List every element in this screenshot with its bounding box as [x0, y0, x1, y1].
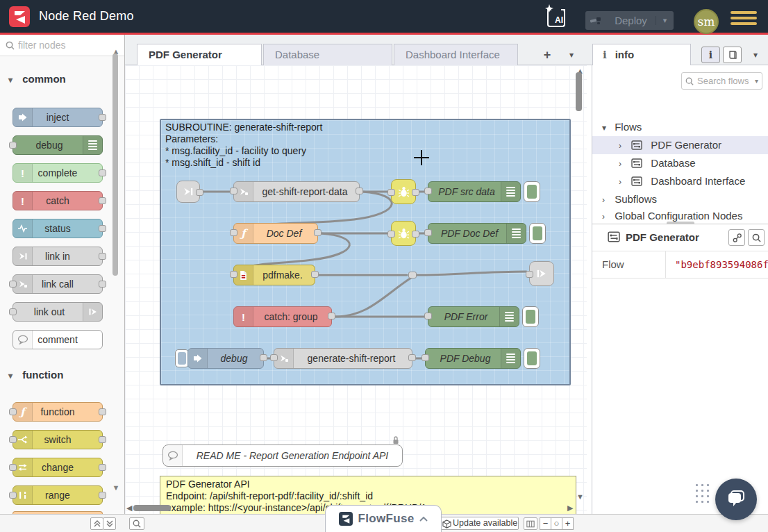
chat-widget-button[interactable]	[715, 479, 757, 520]
canvas-horizontal-scrollbar-thumb[interactable]	[133, 505, 171, 511]
output-port[interactable]	[412, 231, 419, 238]
node-generate-shift-report[interactable]: generate-shift-report	[274, 348, 412, 369]
ai-assistant-button[interactable]: AI	[544, 6, 568, 28]
debug-toggle-button[interactable]	[522, 306, 539, 327]
tree-flows[interactable]: ▾ Flows	[592, 118, 768, 136]
output-port[interactable]	[99, 114, 106, 121]
inject-trigger-button[interactable]	[175, 349, 189, 367]
palette-node-function[interactable]: ƒ function	[12, 402, 103, 422]
input-port[interactable]	[9, 281, 17, 288]
palette-node-status[interactable]: status	[12, 219, 103, 238]
search-flow-button[interactable]	[748, 229, 765, 246]
output-port[interactable]	[196, 189, 203, 196]
input-port[interactable]	[424, 229, 432, 236]
search-flows-box[interactable]: ▾	[681, 72, 762, 90]
canvas-scroll-left-arrow[interactable]: ◀	[126, 504, 132, 511]
palette-node-comment[interactable]: comment	[12, 330, 103, 349]
filter-nodes-input[interactable]	[18, 37, 119, 53]
input-port[interactable]	[9, 436, 17, 443]
node-pdf-error[interactable]: PDF Error	[428, 306, 519, 327]
output-port[interactable]	[99, 197, 106, 204]
input-port[interactable]	[230, 188, 237, 194]
input-port[interactable]	[387, 231, 395, 238]
tab-info[interactable]: iinfo	[592, 44, 691, 66]
palette-node-link-out[interactable]: link out	[12, 302, 103, 322]
output-port[interactable]	[99, 464, 106, 471]
debug-toggle-button[interactable]	[524, 181, 540, 202]
node-pdf-doc-def[interactable]: PDF Doc Def	[428, 223, 526, 244]
output-port[interactable]	[356, 188, 363, 194]
input-port[interactable]	[9, 308, 17, 315]
palette-node-link-call[interactable]: link call	[12, 274, 103, 294]
input-port[interactable]	[526, 271, 533, 278]
search-flows-input[interactable]	[697, 74, 749, 88]
canvas-vertical-scrollbar-thumb[interactable]	[576, 72, 582, 111]
input-port[interactable]	[270, 354, 278, 361]
user-avatar[interactable]: sm	[694, 9, 719, 34]
node-readme-comment[interactable]: READ ME - Report Generation Endpoint API	[162, 444, 403, 467]
update-available-button[interactable]: Update available	[440, 517, 519, 530]
input-port[interactable]	[387, 189, 395, 196]
palette-node-debug[interactable]: debug	[12, 135, 103, 155]
input-port[interactable]	[230, 229, 237, 236]
output-port[interactable]	[99, 225, 106, 232]
output-port[interactable]	[311, 271, 319, 278]
output-port[interactable]	[260, 354, 267, 361]
output-port[interactable]	[99, 281, 106, 288]
palette-node-link-in[interactable]: link in	[12, 247, 103, 266]
tree-item-database[interactable]: › Database	[592, 154, 768, 172]
input-port[interactable]	[424, 188, 432, 194]
input-port[interactable]	[9, 464, 17, 471]
node-catch-group[interactable]: ! catch: group	[233, 306, 332, 327]
output-port[interactable]	[314, 229, 322, 236]
node-pdf-src-data[interactable]: PDF src data	[428, 181, 521, 202]
zoom-reset-button[interactable]: ○	[551, 517, 562, 530]
navigator-button[interactable]	[524, 517, 537, 530]
sidebar-options-caret[interactable]: ▾	[746, 47, 765, 63]
expand-all-button[interactable]	[103, 517, 116, 530]
palette-node-range[interactable]: range	[12, 485, 103, 505]
tree-subflows[interactable]: › Subflows	[592, 190, 768, 208]
palette-category-function[interactable]: ▾ function	[8, 369, 112, 383]
output-port[interactable]	[408, 354, 416, 361]
input-port[interactable]	[424, 313, 432, 319]
output-port[interactable]	[99, 169, 106, 176]
input-port[interactable]	[9, 142, 17, 149]
node-pdf-debug[interactable]: PDF Debug	[425, 348, 521, 369]
output-port[interactable]	[99, 253, 106, 260]
node-pdfmake[interactable]: pdfmake.	[233, 265, 315, 285]
input-port[interactable]	[421, 354, 429, 361]
palette-category-common[interactable]: ▾ common	[8, 73, 112, 87]
palette-node-catch[interactable]: ! catch	[12, 191, 103, 210]
tab-pdf-generator[interactable]: PDF Generator	[137, 44, 262, 66]
palette-node-switch[interactable]: switch	[12, 430, 103, 449]
debug-toggle-button[interactable]	[524, 348, 540, 369]
deploy-options-caret[interactable]: ▾	[656, 16, 674, 25]
input-port[interactable]	[9, 408, 17, 415]
palette-node-change[interactable]: change	[12, 458, 103, 477]
sidebar-help-button[interactable]	[723, 47, 742, 63]
add-flow-button[interactable]: +	[538, 47, 556, 63]
tree-item-dashboard-interface[interactable]: › Dashboard Interface	[592, 172, 768, 190]
sidebar-info-button[interactable]: i	[701, 47, 720, 63]
debug-toggle-button[interactable]	[529, 223, 546, 244]
node-doc-def[interactable]: ƒ Doc Def	[233, 223, 318, 244]
output-port[interactable]	[99, 436, 106, 443]
palette-scrollbar-thumb[interactable]	[112, 53, 118, 276]
canvas-scroll-down-arrow[interactable]: ▼	[576, 493, 584, 500]
tab-dashboard-interface[interactable]: Dashboard Interface	[394, 44, 518, 65]
flowfuse-banner[interactable]: FlowFuse	[325, 505, 442, 532]
node-link-in[interactable]	[176, 181, 200, 203]
palette-scroll-down-arrow[interactable]: ▼	[111, 484, 121, 491]
output-port[interactable]	[99, 408, 106, 415]
main-menu-button[interactable]	[731, 11, 757, 26]
node-assistant-bug-1[interactable]	[391, 179, 416, 204]
tree-item-pdf-generator[interactable]: › PDF Generator	[592, 136, 768, 154]
output-port[interactable]	[328, 313, 335, 319]
widget-drag-dots[interactable]	[696, 484, 710, 504]
deploy-button[interactable]: Deploy ▾	[585, 11, 674, 30]
copy-link-button[interactable]	[728, 229, 745, 246]
tab-list-caret[interactable]: ▾	[562, 47, 581, 63]
flow-canvas[interactable]: SUBROUTINE: generate-shift-report Parame…	[125, 65, 587, 514]
tab-database[interactable]: Database	[263, 44, 392, 65]
